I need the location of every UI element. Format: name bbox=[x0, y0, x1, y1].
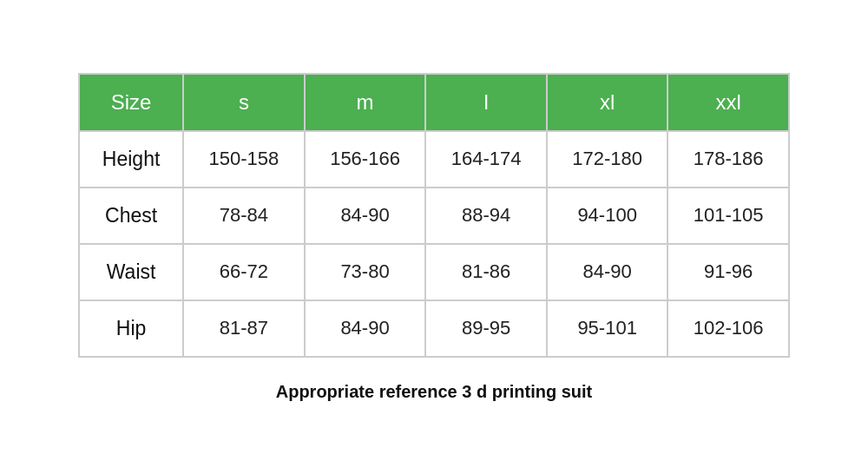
col-header-xxl: xxl bbox=[667, 74, 789, 131]
table-row: Chest 78-84 84-90 88-94 94-100 101-105 bbox=[79, 188, 789, 244]
table-row: Hip 81-87 84-90 89-95 95-101 102-106 bbox=[79, 300, 789, 357]
hip-xxl: 102-106 bbox=[667, 300, 789, 357]
chest-m: 84-90 bbox=[305, 188, 426, 244]
col-header-m: m bbox=[305, 74, 426, 131]
row-label-hip: Hip bbox=[79, 300, 183, 357]
chest-l: 88-94 bbox=[425, 188, 547, 244]
row-label-chest: Chest bbox=[79, 188, 183, 244]
waist-m: 73-80 bbox=[305, 244, 426, 300]
header-row: Size s m l xl xxl bbox=[79, 74, 789, 131]
height-xxl: 178-186 bbox=[667, 131, 789, 188]
size-chart-table: Size s m l xl xxl Height 150-158 156-166… bbox=[78, 73, 790, 358]
height-l: 164-174 bbox=[425, 131, 547, 188]
table-row: Height 150-158 156-166 164-174 172-180 1… bbox=[79, 131, 789, 188]
chest-xxl: 101-105 bbox=[667, 188, 789, 244]
hip-xl: 95-101 bbox=[547, 300, 668, 357]
col-header-l: l bbox=[425, 74, 547, 131]
waist-xxl: 91-96 bbox=[667, 244, 789, 300]
row-label-height: Height bbox=[79, 131, 183, 188]
height-s: 150-158 bbox=[183, 131, 305, 188]
col-header-s: s bbox=[183, 74, 305, 131]
col-header-xl: xl bbox=[547, 74, 668, 131]
col-header-size: Size bbox=[79, 74, 183, 131]
row-label-waist: Waist bbox=[79, 244, 183, 300]
waist-s: 66-72 bbox=[183, 244, 305, 300]
chest-xl: 94-100 bbox=[547, 188, 668, 244]
main-container: Size s m l xl xxl Height 150-158 156-166… bbox=[78, 73, 790, 402]
height-m: 156-166 bbox=[305, 131, 426, 188]
hip-m: 84-90 bbox=[305, 300, 426, 357]
waist-xl: 84-90 bbox=[547, 244, 668, 300]
height-xl: 172-180 bbox=[547, 131, 668, 188]
hip-s: 81-87 bbox=[183, 300, 305, 357]
footnote-text: Appropriate reference 3 d printing suit bbox=[276, 382, 593, 402]
hip-l: 89-95 bbox=[425, 300, 547, 357]
waist-l: 81-86 bbox=[425, 244, 547, 300]
chest-s: 78-84 bbox=[183, 188, 305, 244]
table-row: Waist 66-72 73-80 81-86 84-90 91-96 bbox=[79, 244, 789, 300]
